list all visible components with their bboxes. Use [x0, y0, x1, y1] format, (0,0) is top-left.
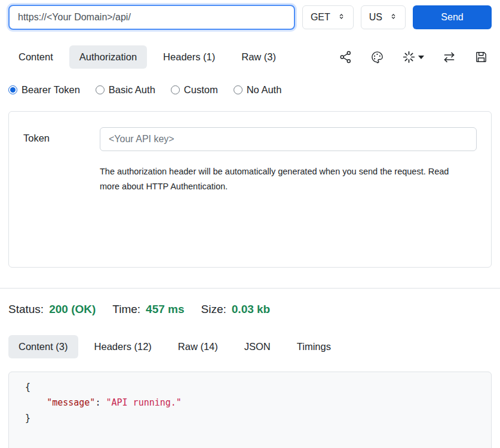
chevron-expand-icon — [389, 12, 397, 23]
toolbar — [339, 50, 492, 65]
request-tabs: Content Authorization Headers (1) Raw (3… — [8, 45, 286, 69]
method-select-value: GET — [311, 12, 330, 23]
tab-content[interactable]: Content — [8, 45, 63, 69]
radio-label: Bearer Token — [22, 84, 80, 96]
region-select[interactable]: US — [361, 5, 406, 29]
method-select[interactable]: GET — [302, 5, 354, 29]
palette-icon[interactable] — [370, 50, 384, 64]
status-value: 200 (OK) — [49, 303, 96, 316]
token-help-text: The authorization header will be automat… — [100, 164, 453, 195]
request-bar: GET US Send — [8, 5, 492, 30]
radio-label: Custom — [184, 84, 218, 96]
caret-down-icon — [418, 56, 424, 59]
token-main: The authorization header will be automat… — [100, 127, 477, 251]
swap-arrows-icon[interactable] — [442, 50, 456, 65]
token-label: Token — [23, 127, 100, 251]
auth-type-row: Bearer Token Basic Auth Custom No Auth — [8, 84, 492, 96]
radio-label: Basic Auth — [109, 84, 155, 96]
code-line: "message": "API running." — [25, 395, 475, 411]
time-label: Time: — [112, 303, 140, 316]
status-metric: Status: 200 (OK) — [8, 303, 96, 316]
radio-label: No Auth — [247, 84, 282, 96]
tab-headers[interactable]: Headers (1) — [153, 45, 225, 69]
radio-no-auth[interactable]: No Auth — [234, 84, 282, 96]
size-metric: Size: 0.03 kb — [201, 303, 271, 316]
magic-wand-icon[interactable] — [402, 50, 424, 64]
size-value: 0.03 kb — [232, 303, 270, 316]
radio-icon — [234, 85, 243, 94]
request-tabs-row: Content Authorization Headers (1) Raw (3… — [8, 45, 492, 69]
json-brace-close: } — [25, 413, 30, 424]
tab-raw[interactable]: Raw (3) — [231, 45, 286, 69]
code-line: { — [25, 380, 475, 395]
radio-icon — [171, 85, 180, 94]
time-metric: Time: 457 ms — [112, 303, 184, 316]
radio-icon — [8, 85, 17, 94]
token-input[interactable] — [100, 127, 477, 151]
json-indent — [25, 397, 47, 408]
tab-authorization[interactable]: Authorization — [69, 45, 147, 69]
size-label: Size: — [201, 303, 226, 316]
radio-basic-auth[interactable]: Basic Auth — [96, 84, 155, 96]
response-body-panel: { "message": "API running." } — [8, 372, 492, 448]
url-input[interactable] — [8, 5, 295, 30]
status-label: Status: — [8, 303, 44, 316]
share-icon[interactable] — [339, 50, 352, 64]
tab-response-content[interactable]: Content (3) — [8, 335, 78, 358]
json-separator: : — [95, 397, 106, 408]
token-panel: Token The authorization header will be a… — [8, 111, 492, 268]
send-button[interactable]: Send — [413, 5, 492, 29]
json-brace-open: { — [25, 382, 30, 392]
tab-response-raw[interactable]: Raw (14) — [168, 335, 228, 358]
radio-custom[interactable]: Custom — [171, 84, 218, 96]
json-string-value: "API running." — [106, 397, 181, 408]
response-tabs: Content (3) Headers (12) Raw (14) JSON T… — [8, 335, 492, 358]
region-select-value: US — [369, 12, 382, 23]
radio-bearer-token[interactable]: Bearer Token — [8, 84, 80, 96]
divider — [0, 288, 500, 289]
api-client-page: GET US Send Content Authorization — [0, 0, 500, 448]
json-key: "message" — [47, 397, 95, 408]
tab-response-headers[interactable]: Headers (12) — [84, 335, 162, 358]
chevron-expand-icon — [338, 12, 345, 23]
save-icon[interactable] — [474, 50, 488, 64]
time-value: 457 ms — [146, 303, 184, 316]
tab-response-json[interactable]: JSON — [234, 335, 281, 358]
tab-response-timings[interactable]: Timings — [287, 335, 341, 358]
code-line: } — [25, 411, 475, 426]
response-status-row: Status: 200 (OK) Time: 457 ms Size: 0.03… — [8, 303, 492, 316]
radio-icon — [96, 85, 105, 94]
